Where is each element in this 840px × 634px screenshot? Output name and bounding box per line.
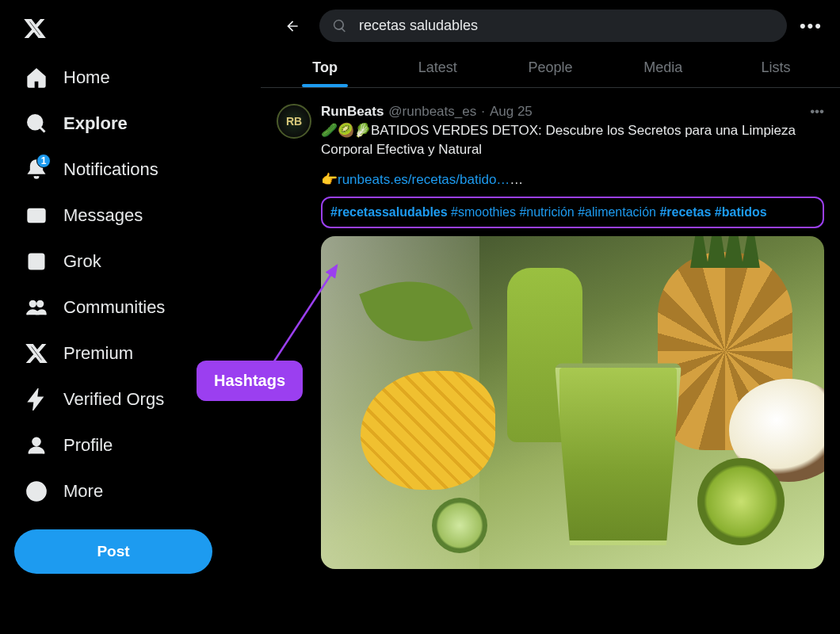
sidebar-item-label: Communities (63, 297, 165, 318)
display-name[interactable]: RunBeats (321, 104, 384, 120)
svg-point-7 (31, 491, 32, 492)
search-input[interactable] (359, 17, 774, 34)
x-logo-icon (24, 17, 46, 40)
bolt-icon (25, 388, 48, 411)
search-icon (332, 18, 348, 34)
sidebar-item-messages[interactable]: Messages (14, 193, 252, 238)
tweet-image[interactable] (321, 236, 824, 569)
image-lime (697, 458, 785, 545)
hashtag[interactable]: #nutrición (519, 205, 574, 219)
sidebar-item-home[interactable]: Home (14, 55, 252, 100)
tweet-link[interactable]: runbeats.es/recetas/batido… (338, 172, 510, 187)
sidebar-item-label: More (63, 481, 103, 502)
tweet-body: RunBeats @runbeats_es · Aug 25 ••• 🥒🥝🥬BA… (321, 104, 824, 569)
more-horizontal-icon: ••• (800, 16, 823, 36)
hashtag[interactable]: #recetassaludables (330, 205, 448, 219)
svg-point-0 (29, 116, 43, 130)
svg-point-9 (40, 491, 42, 492)
hashtag[interactable]: #alimentación (578, 205, 656, 219)
sidebar-item-label: Profile (63, 435, 113, 456)
arrow-left-icon (284, 18, 300, 34)
annotation-label: Hashtags (214, 372, 285, 389)
sidebar-item-label: Messages (63, 205, 143, 226)
sidebar-item-communities[interactable]: Communities (14, 285, 252, 330)
more-circle-icon (25, 480, 48, 502)
search-tabs: Top Latest People Media Lists (261, 47, 840, 88)
person-icon (25, 434, 48, 456)
tweet-date[interactable]: Aug 25 (490, 104, 533, 120)
back-button[interactable] (278, 12, 307, 40)
search-icon (25, 113, 48, 135)
tab-media[interactable]: Media (607, 47, 720, 87)
tweet-header: RunBeats @runbeats_es · Aug 25 ••• (321, 104, 824, 120)
x-icon (25, 342, 48, 365)
tweet[interactable]: RB RunBeats @runbeats_es · Aug 25 ••• 🥒🥝… (269, 99, 832, 574)
image-glass (555, 363, 682, 545)
tweet-more-button[interactable]: ••• (810, 104, 824, 120)
sidebar-item-label: Verified Orgs (63, 389, 164, 410)
envelope-icon (25, 204, 48, 227)
sidebar: Home Explore 1 Notifications Messages Gr… (0, 0, 260, 634)
tweet-text-line1: 🥒🥝🥬BATIDOS VERDES DETOX: Descubre los Se… (321, 121, 824, 159)
home-icon (25, 67, 48, 89)
grok-icon (25, 250, 48, 273)
sidebar-item-label: Notifications (63, 159, 158, 180)
hashtag[interactable]: #smoothies (451, 205, 516, 219)
feed: RB RunBeats @runbeats_es · Aug 25 ••• 🥒🥝… (261, 88, 840, 634)
search-box[interactable] (319, 10, 787, 42)
tab-lists[interactable]: Lists (720, 47, 832, 87)
svg-point-5 (32, 438, 40, 445)
sidebar-item-label: Grok (63, 251, 101, 272)
notification-badge: 1 (36, 154, 51, 168)
svg-point-8 (36, 491, 37, 492)
settings-button[interactable]: ••• (800, 16, 823, 36)
sidebar-item-profile[interactable]: Profile (14, 423, 252, 468)
sidebar-item-explore[interactable]: Explore (14, 101, 252, 146)
hashtag[interactable]: #recetas (659, 205, 711, 219)
post-button[interactable]: Post (14, 529, 212, 574)
main-column: ••• Top Latest People Media Lists RB Run… (260, 0, 840, 634)
sidebar-item-notifications[interactable]: 1 Notifications (14, 147, 252, 192)
logo[interactable] (14, 8, 252, 49)
hashtag-box: #recetassaludables #smoothies #nutrición… (321, 197, 824, 228)
tab-people[interactable]: People (494, 47, 606, 87)
svg-point-3 (30, 301, 36, 307)
sidebar-item-label: Explore (63, 113, 128, 134)
handle[interactable]: @runbeats_es (388, 104, 476, 120)
tweet-link-row: 👉runbeats.es/recetas/batido…… (321, 170, 824, 189)
separator: · (481, 104, 485, 120)
image-cucumber (432, 498, 487, 553)
svg-point-4 (37, 301, 43, 307)
annotation-callout: Hashtags (197, 361, 303, 401)
tab-latest[interactable]: Latest (381, 47, 494, 87)
sidebar-item-grok[interactable]: Grok (14, 239, 252, 284)
tab-top[interactable]: Top (269, 47, 381, 87)
hashtag[interactable]: #batidos (715, 205, 767, 219)
ellipsis: … (510, 172, 523, 187)
avatar[interactable]: RB (277, 104, 311, 139)
sidebar-item-label: Home (63, 67, 110, 88)
people-icon (25, 296, 48, 319)
point-right-icon: 👉 (321, 172, 338, 187)
more-horizontal-icon: ••• (810, 104, 824, 119)
top-bar: ••• (261, 0, 840, 47)
sidebar-item-label: Premium (63, 343, 133, 364)
sidebar-item-more[interactable]: More (14, 469, 252, 514)
